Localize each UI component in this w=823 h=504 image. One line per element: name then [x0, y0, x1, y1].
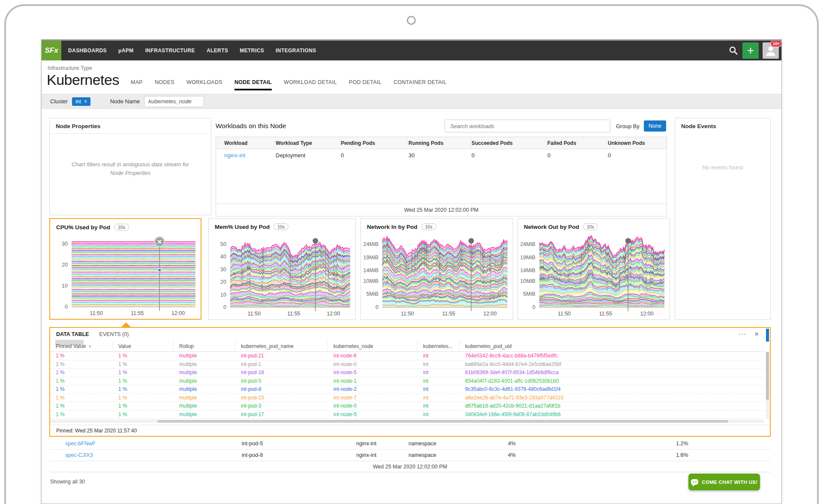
- table-cell: int: [418, 411, 460, 419]
- avatar[interactable]: 10+: [763, 42, 779, 59]
- table-cell: ba665e2a-9cc0-44d4-87e4-2e5cb6ae25bf: [460, 360, 765, 369]
- svg-text:0: 0: [223, 304, 226, 310]
- column-header[interactable]: Value: [113, 341, 174, 351]
- dashboard-window: SFx DASHBOARDSμAPMINFRASTRUCTUREALERTSME…: [41, 39, 782, 504]
- chart-canvas[interactable]: 05MiB10MiB14MiB19MiB24MiB11:5011:5512:00: [363, 234, 511, 318]
- cluster-chip-value: int: [75, 99, 81, 105]
- data-table-body: 1 %1 %multipleint-pod-21int-node-6int764…: [50, 352, 765, 419]
- horizontal-scrollbar[interactable]: [50, 420, 764, 423]
- chip-close-icon[interactable]: ×: [84, 99, 87, 105]
- table-cell: int: [418, 360, 460, 369]
- cluster-chip[interactable]: int ×: [72, 97, 90, 106]
- nav-item-alerts[interactable]: ALERTS: [207, 48, 228, 54]
- workload-link[interactable]: nginx-int: [224, 152, 245, 159]
- cell-value: 0: [547, 152, 550, 159]
- nav-item-integrations[interactable]: INTEGRATIONS: [276, 48, 316, 54]
- nav-item-infrastructure[interactable]: INFRASTRUCTURE: [145, 48, 195, 54]
- column-header[interactable]: Pinned Value∨: [50, 341, 113, 351]
- sfx-logo[interactable]: SFx: [42, 41, 61, 60]
- nav-menu: DASHBOARDSμAPMINFRASTRUCTUREALERTSMETRIC…: [68, 41, 316, 60]
- table-cell: 0: [607, 149, 667, 162]
- detail-link[interactable]: spec-bFNwF: [65, 441, 96, 447]
- svg-text:14MiB: 14MiB: [363, 267, 378, 273]
- cpu-chart-plot[interactable]: 010203011:5011:5512:00: [52, 234, 199, 317]
- table-cell: multiple: [174, 360, 235, 369]
- svg-text:11:55: 11:55: [131, 310, 144, 316]
- column-header[interactable]: Rollup: [174, 341, 235, 351]
- nav-item-dashboards[interactable]: DASHBOARDS: [68, 48, 107, 54]
- column-header[interactable]: kubernetes_node: [328, 341, 418, 351]
- tab-node-detail[interactable]: NODE DETAIL: [234, 79, 272, 90]
- table-cell: 1 %: [113, 385, 174, 393]
- svg-text:11:55: 11:55: [599, 311, 612, 317]
- svg-text:50: 50: [220, 241, 226, 247]
- table-cell: int-pod-8: [235, 385, 328, 393]
- sort-caret-icon[interactable]: ∨: [89, 344, 92, 348]
- network-in-chart-plot[interactable]: 05MiB10MiB14MiB19MiB24MiB11:5011:5512:00: [363, 234, 511, 318]
- table-row[interactable]: 1 %1 %multipleint-pod-3int-node-0intd675…: [50, 402, 765, 411]
- chart-canvas[interactable]: 0102030405011:5011:5512:00: [210, 234, 354, 318]
- data-table-tab-data-table[interactable]: DATA TABLE: [56, 331, 89, 337]
- tab-workload-detail[interactable]: WORKLOAD DETAIL: [284, 79, 337, 90]
- column-header[interactable]: kubernetes...: [418, 341, 460, 351]
- table-row[interactable]: 1 %1 %multipleint-pod-21int-node-6int764…: [50, 352, 765, 360]
- add-button[interactable]: +: [742, 42, 759, 59]
- table-row[interactable]: 1 %1 %multipleint-pod-17int-node-5int340…: [50, 411, 765, 419]
- table-row[interactable]: spec-CJIX3int-pod-8nginx-intnamespace4%1…: [49, 450, 771, 461]
- nav-item-metrics[interactable]: METRICS: [240, 48, 264, 54]
- vertical-scrollbar-thumb[interactable]: [766, 352, 769, 400]
- detail-link[interactable]: spec-CJIX3: [65, 452, 93, 458]
- chart-card-mem[interactable]: Mem% Used by Pod10s 0102030405011:5011:5…: [208, 218, 356, 320]
- table-cell: 654a04f7-d283-4001-affc-1d062530b1b0: [460, 377, 765, 385]
- svg-text:20: 20: [62, 262, 68, 268]
- nav-item--apm[interactable]: μAPM: [118, 48, 134, 54]
- overflow-menu-icon[interactable]: ···: [739, 330, 746, 339]
- node-name-input[interactable]: [144, 96, 204, 107]
- table-row[interactable]: 1 %1 %multipleint-pod-23int-node-7inta6e…: [50, 394, 765, 402]
- table-row[interactable]: 1 %1 %multipleint-pod-5int-node-1int654a…: [50, 377, 765, 386]
- vertical-scrollbar[interactable]: [766, 352, 769, 419]
- tab-map[interactable]: MAP: [131, 79, 143, 90]
- table-cell: 1 %: [113, 377, 174, 385]
- chart-canvas[interactable]: 010203011:5011:5512:00: [52, 234, 199, 317]
- search-icon[interactable]: [728, 45, 739, 56]
- notification-badge[interactable]: 10+: [770, 40, 782, 47]
- table-row[interactable]: 1 %1 %multipleint-pod-8int-node-2int9c35…: [50, 385, 765, 394]
- scrollbar-accent[interactable]: [766, 329, 769, 342]
- data-table-tab-events-0-[interactable]: EVENTS (0): [99, 331, 129, 337]
- tablet-camera: [407, 16, 416, 25]
- table-cell: 1 %: [50, 352, 113, 360]
- column-header[interactable]: kubernetes_pod_name: [235, 341, 328, 351]
- data-table-panel: DATA TABLEEVENTS (0) ··· × Pinned Value∨…: [49, 327, 771, 437]
- table-cell: int-pod-23: [235, 394, 328, 402]
- table-row[interactable]: 1 %1 %multipleint-pod-1int-node-0intba66…: [50, 360, 765, 369]
- table-row[interactable]: spec-bFNwFint-pod-5nginx-intnamespace4%1…: [49, 438, 771, 450]
- table-cell: multiple: [174, 377, 235, 385]
- mem-chart-plot[interactable]: 0102030405011:5011:5512:00: [210, 234, 354, 318]
- tab-container-detail[interactable]: CONTAINER DETAIL: [393, 79, 447, 90]
- horizontal-scrollbar-thumb[interactable]: [157, 420, 728, 423]
- group-by-button[interactable]: None: [644, 120, 666, 132]
- tab-workloads[interactable]: WORKLOADS: [186, 79, 222, 90]
- tab-pod-detail[interactable]: POD DETAIL: [349, 79, 381, 90]
- svg-text:11:50: 11:50: [90, 310, 103, 316]
- chart-card-cpu[interactable]: CPU% Used by Pod10s 010203011:5011:5512:…: [49, 218, 201, 320]
- chat-button[interactable]: COME CHAT WITH US!: [688, 474, 760, 490]
- search-workloads-input[interactable]: [445, 120, 610, 132]
- chart-card-net-out[interactable]: Network Out by Pod10s 05MiB10MiB14MiB19M…: [517, 218, 670, 320]
- tab-nodes[interactable]: NODES: [155, 79, 174, 90]
- close-icon[interactable]: ×: [754, 330, 759, 339]
- table-row[interactable]: 1 %1 %multipleint-pod-18int-node-5int81b…: [50, 369, 765, 377]
- chart-card-net-in[interactable]: Network In by Pod10s 05MiB10MiB14MiB19Mi…: [360, 218, 513, 320]
- svg-text:10: 10: [62, 283, 68, 289]
- table-cell: 1 %: [50, 394, 113, 402]
- network-out-chart-plot[interactable]: 05MiB10MiB14MiB19MiB24MiB11:5011:5512:00: [520, 234, 668, 318]
- table-row[interactable]: nginx-intDeployment030000: [216, 149, 667, 162]
- column-header[interactable]: kubernetes_pod_uid: [460, 341, 765, 351]
- svg-text:12:00: 12:00: [640, 311, 653, 317]
- cell-value: 4%: [508, 441, 516, 447]
- chart-canvas[interactable]: 05MiB10MiB14MiB19MiB24MiB11:5011:5512:00: [520, 234, 668, 318]
- svg-text:12:00: 12:00: [483, 311, 496, 317]
- workloads-title: Workloads on this Node: [216, 122, 286, 130]
- workloads-timestamp: Wed 25 Mar 2020 12:02:00 PM: [216, 204, 667, 216]
